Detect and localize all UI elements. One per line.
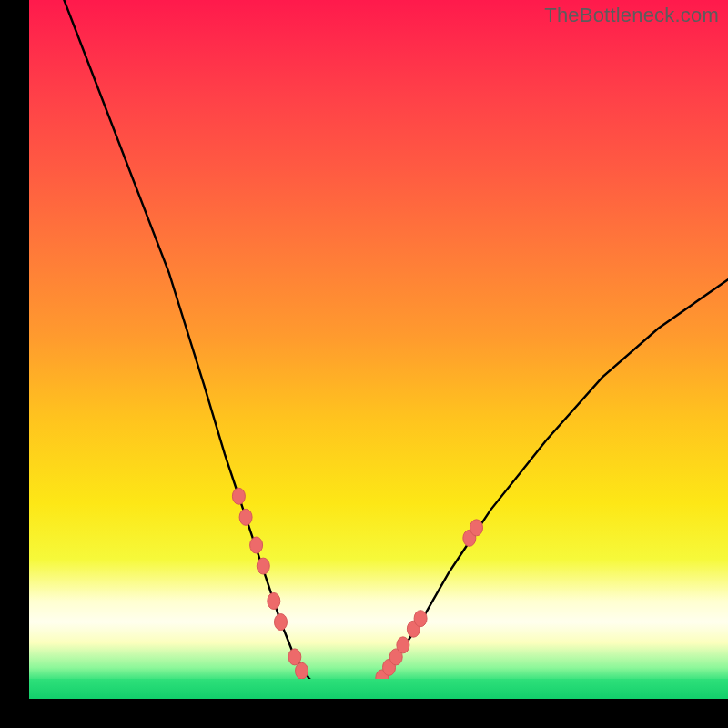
data-bead — [296, 662, 308, 679]
data-bead — [414, 611, 427, 627]
plot-area: TheBottleneck.com — [29, 0, 728, 699]
beads-left-group — [232, 488, 308, 679]
data-bead — [274, 614, 287, 631]
data-bead — [397, 637, 410, 653]
green-bottom-strip — [29, 679, 728, 699]
data-bead — [268, 592, 280, 609]
beads-right-group — [376, 520, 483, 686]
data-bead — [470, 520, 483, 536]
data-bead — [257, 558, 269, 574]
chart-frame: TheBottleneck.com — [0, 0, 728, 728]
data-bead — [250, 537, 263, 553]
data-bead — [232, 488, 245, 504]
bottleneck-curve-svg — [29, 0, 728, 699]
bottleneck-curve — [64, 0, 728, 695]
data-bead — [239, 509, 252, 525]
data-bead — [288, 649, 301, 665]
